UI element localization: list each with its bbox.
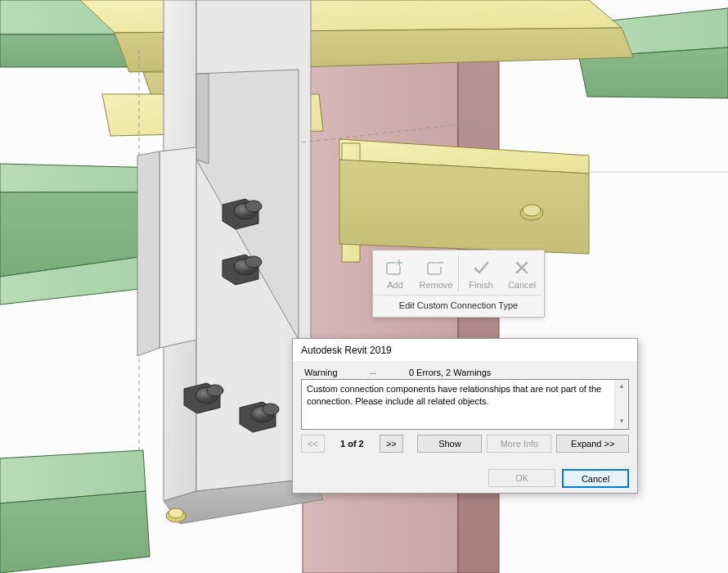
expand-button[interactable]: Expand >> (556, 435, 629, 453)
toolbar-divider (458, 255, 459, 291)
finish-label: Finish (469, 280, 492, 290)
cancel-button[interactable]: Cancel (501, 252, 542, 295)
add-icon (385, 258, 405, 277)
status-line: Warning -- 0 Errors, 2 Warnings (301, 368, 629, 379)
scroll-down-icon: ▼ (615, 415, 628, 429)
svg-marker-23 (0, 164, 160, 192)
ok-button[interactable]: OK (488, 469, 555, 487)
svg-marker-29 (0, 491, 150, 573)
message-box: Custom connection components have relati… (301, 379, 629, 430)
message-scrollbar[interactable]: ▲ ▼ (614, 380, 628, 429)
finish-button[interactable]: Finish (461, 252, 501, 295)
svg-marker-26 (160, 147, 196, 348)
svg-marker-27 (137, 151, 160, 356)
svg-point-43 (169, 508, 183, 518)
svg-point-22 (523, 205, 541, 216)
svg-point-35 (245, 256, 262, 268)
toolbar-title: Edit Custom Connection Type (375, 295, 542, 315)
add-button[interactable]: Add (375, 252, 416, 295)
svg-point-41 (263, 404, 279, 415)
scroll-up-icon: ▲ (615, 380, 628, 394)
status-type: Warning (304, 368, 338, 377)
svg-point-38 (207, 385, 223, 396)
dialog-title: Autodesk Revit 2019 (293, 339, 637, 361)
edit-connection-toolbar: Add Remove Finish (372, 250, 545, 318)
status-counts: 0 Errors, 2 Warnings (409, 368, 491, 377)
svg-point-32 (245, 201, 262, 212)
svg-marker-17 (196, 74, 209, 164)
show-button[interactable]: Show (417, 435, 482, 453)
remove-label: Remove (420, 280, 453, 290)
dialog-cancel-button[interactable]: Cancel (562, 469, 629, 488)
cancel-label: Cancel (508, 280, 536, 290)
check-icon (471, 258, 491, 277)
svg-marker-7 (80, 0, 622, 33)
add-label: Add (387, 280, 403, 290)
message-text: Custom connection components have relati… (307, 384, 601, 406)
warning-dialog: Autodesk Revit 2019 Warning -- 0 Errors,… (292, 338, 638, 494)
pager-next-button[interactable]: >> (380, 435, 403, 453)
pager-text: 1 of 2 (330, 439, 375, 449)
status-dash: -- (371, 368, 376, 377)
x-icon (512, 258, 532, 277)
remove-icon (426, 258, 446, 277)
svg-marker-20 (339, 160, 589, 254)
pager-prev-button[interactable]: << (301, 435, 325, 453)
more-info-button[interactable]: More Info (487, 435, 551, 453)
remove-button[interactable]: Remove (416, 252, 456, 295)
